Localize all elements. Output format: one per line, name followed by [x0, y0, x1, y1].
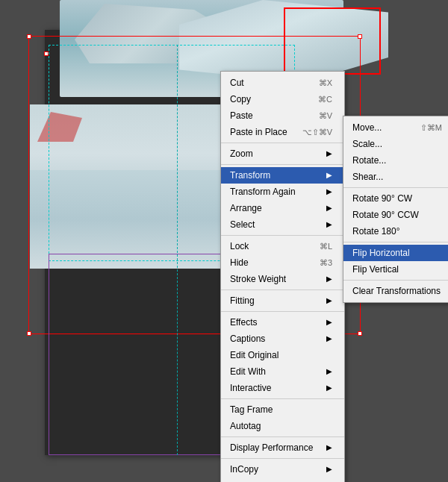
submenu-sep-1: [343, 187, 448, 188]
menu-item-tag-frame[interactable]: Tag Frame: [221, 401, 344, 418]
submenu-item-flip-horizontal[interactable]: Flip Horizontal: [343, 245, 448, 261]
submenu-item-move[interactable]: Move... ⇧⌘M: [343, 119, 448, 136]
menu-item-fitting[interactable]: Fitting ▶: [221, 292, 344, 309]
menu-item-stroke-weight[interactable]: Stroke Weight ▶: [221, 271, 344, 287]
menu-item-edit-with[interactable]: Edit With ▶: [221, 363, 344, 380]
menu-item-effects[interactable]: Effects ▶: [221, 314, 344, 331]
menu-item-transform[interactable]: Transform ▶: [221, 167, 344, 184]
submenu-item-scale[interactable]: Scale...: [343, 136, 448, 152]
handle-tl: [27, 34, 31, 39]
submenu-item-rotate-180[interactable]: Rotate 180°: [343, 223, 448, 240]
menu-item-zoom[interactable]: Zoom ▶: [221, 145, 344, 162]
submenu-sep-3: [343, 280, 448, 281]
submenu-item-flip-vertical[interactable]: Flip Vertical: [343, 261, 448, 278]
submenu-item-clear-transformations[interactable]: Clear Transformations: [343, 283, 448, 299]
menu-item-display-performance[interactable]: Display Performance ▶: [221, 439, 344, 456]
handle-bl: [27, 331, 31, 336]
menu-item-paste[interactable]: Paste ⌘V: [221, 107, 344, 124]
menu-item-paste-in-place[interactable]: Paste in Place ⌥⇧⌘V: [221, 124, 344, 140]
separator-2: [221, 164, 344, 165]
separator-1: [221, 143, 344, 143]
menu-item-copy[interactable]: Copy ⌘C: [221, 91, 344, 107]
menu-item-incopy[interactable]: InCopy ▶: [221, 461, 344, 478]
context-menu[interactable]: Cut ⌘X Copy ⌘C Paste ⌘V Paste in Place ⌥…: [220, 71, 345, 482]
transform-submenu[interactable]: Move... ⇧⌘M Scale... Rotate... Shear... …: [343, 116, 448, 303]
submenu-item-rotate-90-cw[interactable]: Rotate 90° CW: [343, 190, 448, 207]
submenu-item-rotate-90-ccw[interactable]: Rotate 90° CCW: [343, 207, 448, 223]
context-menu-wrapper: Cut ⌘X Copy ⌘C Paste ⌘V Paste in Place ⌥…: [220, 71, 345, 482]
separator-6: [221, 398, 344, 399]
menu-item-arrange[interactable]: Arrange ▶: [221, 200, 344, 216]
menu-item-interactive[interactable]: Interactive ▶: [221, 380, 344, 396]
menu-item-lock[interactable]: Lock ⌘L: [221, 238, 344, 254]
separator-4: [221, 289, 344, 290]
separator-7: [221, 436, 344, 437]
menu-item-captions[interactable]: Captions ▶: [221, 331, 344, 347]
separator-3: [221, 235, 344, 236]
menu-item-hide[interactable]: Hide ⌘3: [221, 254, 344, 271]
submenu-item-shear[interactable]: Shear...: [343, 169, 448, 185]
menu-item-select[interactable]: Select ▶: [221, 216, 344, 233]
separator-5: [221, 311, 344, 312]
menu-item-graphics[interactable]: Graphics ▶: [221, 478, 344, 482]
menu-item-transform-again[interactable]: Transform Again ▶: [221, 184, 344, 200]
canvas-area: Cut ⌘X Copy ⌘C Paste ⌘V Paste in Place ⌥…: [0, 0, 448, 482]
menu-item-edit-original[interactable]: Edit Original: [221, 347, 344, 363]
separator-8: [221, 458, 344, 459]
menu-item-autotag[interactable]: Autotag: [221, 418, 344, 434]
menu-item-cut[interactable]: Cut ⌘X: [221, 75, 344, 91]
submenu-item-rotate[interactable]: Rotate...: [343, 152, 448, 169]
submenu-sep-2: [343, 242, 448, 242]
handle-br: [358, 331, 362, 336]
